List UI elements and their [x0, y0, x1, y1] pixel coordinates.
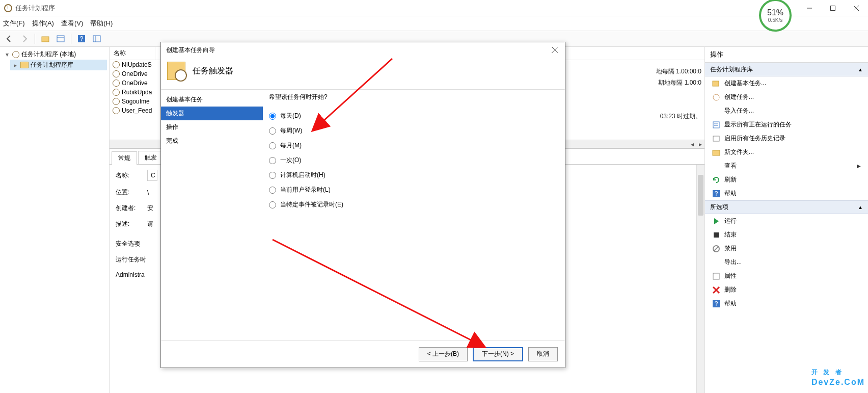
creator-label: 创建者: [116, 204, 141, 213]
expand-icon[interactable]: ▾ [4, 51, 10, 58]
separator [35, 34, 35, 44]
admin-value[interactable]: Administra [116, 271, 156, 278]
close-button[interactable] [845, 0, 868, 16]
action-delete[interactable]: 删除 [705, 283, 868, 297]
radio-logon[interactable]: 当前用户登录时(L) [269, 182, 559, 197]
radio-weekly[interactable]: 每周(W) [269, 123, 559, 138]
action-import-task[interactable]: 导入任务... [705, 104, 868, 118]
wizard-title-text: 创建基本任务向导 [166, 46, 215, 55]
action-label: 导出... [724, 258, 742, 267]
radio-input[interactable] [269, 142, 276, 149]
radio-input[interactable] [269, 157, 276, 164]
tool-panel-icon[interactable] [55, 33, 67, 45]
collapse-icon[interactable]: ▲ [858, 204, 863, 210]
action-disable[interactable]: 禁用 [705, 242, 868, 255]
play-icon [712, 217, 720, 225]
tree-root-label: 任务计划程序 (本地) [21, 50, 76, 59]
action-create-task[interactable]: 创建任务... [705, 90, 868, 104]
maximize-button[interactable] [821, 0, 845, 16]
scroll-right-icon[interactable]: ▸ [696, 141, 704, 148]
clock-icon [113, 107, 120, 114]
action-show-running[interactable]: 显示所有正在运行的任务 [705, 118, 868, 132]
radio-label: 一次(O) [280, 156, 301, 165]
radio-event[interactable]: 当特定事件被记录时(E) [269, 197, 559, 212]
action-end[interactable]: 结束 [705, 228, 868, 242]
folder-icon [20, 62, 29, 68]
name-value[interactable]: C [147, 170, 157, 181]
wizard-nav-action[interactable]: 操作 [161, 120, 263, 134]
svg-rect-20 [714, 232, 719, 238]
svg-line-22 [714, 247, 718, 251]
svg-rect-9 [93, 36, 100, 42]
radio-input[interactable] [269, 113, 276, 120]
tool-folder-icon[interactable] [39, 33, 51, 45]
svg-rect-17 [713, 150, 720, 155]
speed-widget[interactable]: 51% 0.5K/s [759, 0, 792, 32]
creator-value: 安 [147, 204, 153, 213]
wizard-nav-basic[interactable]: 创建基本任务 [161, 93, 263, 107]
back-button[interactable] [3, 33, 15, 45]
radio-daily[interactable]: 每天(D) [269, 109, 559, 123]
actions-header: 操作 [705, 47, 868, 63]
action-label: 删除 [724, 285, 737, 294]
wizard-heading: 任务触发器 [193, 66, 233, 76]
svg-rect-11 [713, 81, 719, 86]
export-icon [712, 258, 720, 267]
stop-icon [712, 231, 720, 239]
radio-startup[interactable]: 计算机启动时(H) [269, 168, 559, 182]
radio-input[interactable] [269, 187, 276, 194]
menu-action[interactable]: 操作(A) [32, 19, 54, 28]
action-new-folder[interactable]: 新文件夹... [705, 145, 868, 159]
forward-button[interactable] [18, 33, 31, 45]
action-create-basic-task[interactable]: 创建基本任务... [705, 76, 868, 90]
list-icon [712, 121, 720, 129]
back-button[interactable]: < 上一步(B) [419, 347, 468, 361]
menu-help[interactable]: 帮助(H) [90, 19, 113, 28]
radio-label: 每月(M) [280, 141, 302, 150]
tree-library[interactable]: ▸ 任务计划程序库 [10, 60, 107, 70]
wizard-task-icon [167, 62, 185, 80]
svg-rect-23 [713, 273, 719, 279]
wizard-nav-trigger[interactable]: 触发器 [161, 107, 263, 120]
collapse-icon[interactable]: ▲ [858, 67, 863, 72]
radio-monthly[interactable]: 每月(M) [269, 138, 559, 153]
scroll-thumb[interactable] [698, 175, 703, 216]
section-selected[interactable]: 所选项 ▲ [705, 200, 868, 214]
radio-label: 每周(W) [280, 126, 302, 135]
tool-help-icon[interactable]: ? [75, 33, 88, 45]
action-export[interactable]: 导出... [705, 255, 868, 269]
wizard-dialog: 创建基本任务向导 任务触发器 创建基本任务 触发器 操作 完成 希望该任务何时开… [160, 42, 565, 368]
action-label: 运行 [724, 217, 737, 225]
action-view[interactable]: 查看▶ [705, 159, 868, 173]
wizard-content: 希望该任务何时开始? 每天(D) 每周(W) 每月(M) 一次(O) 计算机启动… [263, 90, 565, 340]
scroll-left-icon[interactable]: ◂ [688, 141, 696, 148]
menu-view[interactable]: 查看(V) [61, 19, 83, 28]
action-help[interactable]: ?帮助 [705, 187, 868, 200]
expand-icon[interactable]: ▸ [12, 62, 18, 69]
vertical-scrollbar[interactable] [696, 165, 704, 393]
radio-input[interactable] [269, 172, 276, 179]
help-icon: ? [712, 300, 720, 308]
cancel-button[interactable]: 取消 [528, 347, 558, 361]
action-run[interactable]: 运行 [705, 214, 868, 228]
separator [71, 34, 71, 44]
tab-trigger[interactable]: 触发 [138, 151, 164, 164]
svg-text:?: ? [715, 190, 718, 197]
action-help-2[interactable]: ?帮助 [705, 297, 868, 310]
radio-input[interactable] [269, 201, 276, 208]
action-properties[interactable]: 属性 [705, 269, 868, 283]
wizard-close-button[interactable] [550, 45, 560, 55]
action-refresh[interactable]: 刷新 [705, 173, 868, 187]
minimize-button[interactable] [798, 0, 821, 16]
tab-general[interactable]: 常规 [112, 151, 137, 165]
tree-root[interactable]: ▾ 任务计划程序 (本地) [2, 49, 107, 60]
menu-file[interactable]: 文件(F) [3, 19, 25, 28]
col-name[interactable]: 名称 [110, 47, 155, 60]
wizard-nav-finish[interactable]: 完成 [161, 134, 263, 148]
section-library[interactable]: 任务计划程序库 ▲ [705, 63, 868, 76]
radio-once[interactable]: 一次(O) [269, 153, 559, 168]
action-enable-history[interactable]: 启用所有任务历史记录 [705, 132, 868, 145]
radio-input[interactable] [269, 127, 276, 135]
tool-layout-icon[interactable] [91, 33, 103, 45]
next-button[interactable]: 下一步(N) > [473, 347, 523, 361]
